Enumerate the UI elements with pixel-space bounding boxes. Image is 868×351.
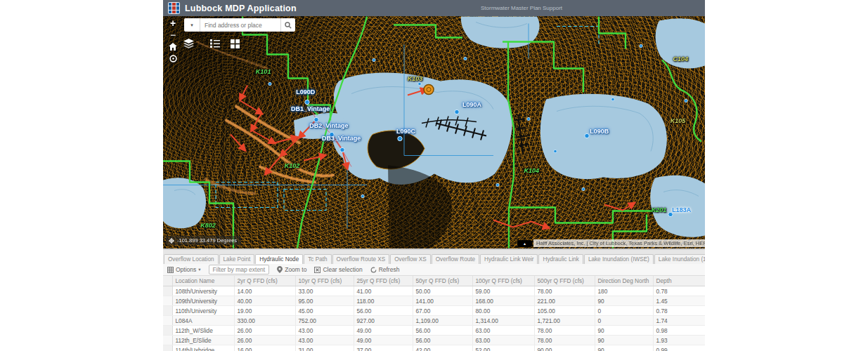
column-header[interactable]: Direction Deg North: [595, 276, 653, 286]
options-menu[interactable]: Options ▾: [167, 266, 201, 273]
table-cell: 43.00: [295, 336, 354, 345]
clear-selection-button[interactable]: Clear selection: [314, 266, 362, 273]
tab-hydraulic-node[interactable]: Hydraulic Node: [255, 254, 303, 264]
row-select-cell[interactable]: [163, 316, 172, 326]
zoom-out-icon[interactable]: −: [167, 29, 179, 41]
table-cell: 0: [595, 316, 653, 326]
table-cell: 110th/University: [172, 306, 234, 316]
tab-overflow-route-xs[interactable]: Overflow Route XS: [332, 254, 390, 264]
map-label-k101: K101: [256, 68, 271, 75]
map-tools: [181, 37, 242, 50]
table-cell: 1,109.00: [413, 316, 472, 326]
search-source-dropdown[interactable]: ▾: [184, 18, 200, 32]
table-cell: 49.00: [354, 326, 413, 336]
table-cell: 330.00: [234, 316, 295, 326]
zoom-to-button[interactable]: Zoom to: [277, 266, 306, 273]
table-cell: 90: [595, 336, 653, 345]
attribution-bar: ▴ Halff Associates, Inc. | City of Lubbo…: [517, 239, 705, 247]
map-view[interactable]: K101C104K103L090DDB1_VintageDB2_VintageD…: [163, 16, 705, 249]
table-row[interactable]: 114th/Uxbridge16.0031.0037.0042.0052.009…: [163, 345, 705, 351]
table-row[interactable]: 110th/University19.0045.0056.0067.0080.0…: [163, 306, 705, 316]
column-header[interactable]: Location Name: [172, 276, 234, 286]
locate-icon[interactable]: [167, 53, 179, 65]
map-label-l183a: L183A: [672, 206, 691, 213]
table-cell: 1.93: [653, 336, 705, 345]
tab-lake-inundation-100yr[interactable]: Lake Inundation (100yr): [654, 254, 705, 264]
row-select-cell[interactable]: [163, 286, 172, 296]
tab-hydraulic-link[interactable]: Hydraulic Link: [538, 254, 583, 264]
table-cell: 78.00: [534, 286, 595, 296]
table-cell: 56.00: [413, 336, 472, 345]
tab-overflow-route[interactable]: Overflow Route: [432, 254, 479, 264]
column-header[interactable]: Depth: [653, 276, 705, 286]
options-grid-icon: [167, 267, 174, 273]
search-icon[interactable]: [280, 18, 295, 32]
table-cell: 31.00: [295, 345, 354, 351]
tab-tc-path[interactable]: Tc Path: [304, 254, 331, 264]
table-cell: 114th/Uxbridge: [172, 345, 234, 351]
attribute-table-panel[interactable]: Location Name2yr Q FFD (cfs)10yr Q FFD (…: [163, 276, 705, 351]
table-cell: 40.00: [234, 296, 295, 306]
tab-lake-inundation-iwse[interactable]: Lake Inundation (IWSE): [584, 254, 654, 264]
tab-lake-point[interactable]: Lake Point: [219, 254, 255, 264]
coordinates-text: -101.899 33.479 Degrees: [177, 237, 237, 244]
table-cell: 90: [595, 326, 653, 336]
column-header[interactable]: 25yr Q FFD (cfs): [354, 276, 413, 286]
zoom-in-icon[interactable]: +: [167, 17, 179, 29]
table-cell: 37.00: [354, 345, 413, 351]
table-cell: 19.00: [234, 306, 295, 316]
map-label-k105: K105: [671, 117, 686, 124]
row-select-cell[interactable]: [163, 306, 172, 316]
table-row[interactable]: 109th/University40.0095.00118.00141.0016…: [163, 296, 705, 306]
table-cell: 56.00: [413, 326, 472, 336]
table-cell: 1,314.00: [472, 316, 534, 326]
table-cell: 927.00: [354, 316, 413, 326]
table-cell: 49.00: [354, 336, 413, 345]
table-cell: 59.00: [472, 286, 534, 296]
table-row[interactable]: L084A330.00752.00927.001,109.001,314.001…: [163, 316, 705, 326]
map-labels: K101C104K103L090DDB1_VintageDB2_VintageD…: [163, 16, 705, 249]
table-cell: 108th/University: [172, 286, 234, 296]
column-header[interactable]: 100yr Q FFD (cfs): [472, 276, 534, 286]
basemap-icon[interactable]: [228, 37, 242, 50]
table-cell: 0.78: [653, 306, 705, 316]
table-row[interactable]: 112th_W/Slide26.0043.0049.0056.0063.0078…: [163, 326, 705, 336]
select-all-cell[interactable]: [163, 276, 172, 286]
tab-hydraulic-link-weir[interactable]: Hydraulic Link Weir: [480, 254, 538, 264]
row-select-cell[interactable]: [163, 326, 172, 336]
table-row[interactable]: 112th_E/Slide26.0043.0049.0056.0063.0078…: [163, 336, 705, 345]
table-cell: 105.00: [534, 306, 595, 316]
table-cell: 16.00: [234, 345, 295, 351]
table-cell: 26.00: [234, 336, 295, 345]
table-cell: 118.00: [354, 296, 413, 306]
column-header[interactable]: 50yr Q FFD (cfs): [413, 276, 472, 286]
search-input[interactable]: [200, 18, 280, 32]
table-cell: 67.00: [413, 306, 472, 316]
table-row[interactable]: 108th/University14.0033.0041.0050.0059.0…: [163, 286, 705, 296]
tab-overflow-location[interactable]: Overflow Location: [164, 254, 219, 264]
table-cell: 0: [595, 306, 653, 316]
column-header[interactable]: 500yr Q FFD (cfs): [534, 276, 595, 286]
column-header[interactable]: 2yr Q FFD (cfs): [234, 276, 295, 286]
layers-icon[interactable]: [181, 37, 195, 50]
table-cell: 63.00: [472, 326, 534, 336]
table-cell: 63.00: [472, 336, 534, 345]
row-select-cell[interactable]: [163, 296, 172, 306]
app-window: Lubbock MDP Application Stormwater Maste…: [163, 0, 705, 351]
table-cell: L084A: [172, 316, 234, 326]
row-select-cell[interactable]: [163, 336, 172, 345]
map-label-db3-vintage: DB3_Vintage: [322, 135, 361, 142]
attribute-table: Location Name2yr Q FFD (cfs)10yr Q FFD (…: [163, 276, 705, 351]
home-icon[interactable]: [167, 41, 179, 53]
caret-down-icon: ▾: [198, 267, 200, 272]
column-header[interactable]: 10yr Q FFD (cfs): [295, 276, 354, 286]
refresh-button[interactable]: Refresh: [370, 266, 400, 273]
map-label-k201: K201: [652, 206, 667, 213]
table-cell: 52.00: [472, 345, 534, 351]
attribution-toggle[interactable]: ▴: [517, 240, 532, 247]
legend-icon[interactable]: [208, 37, 222, 50]
tab-overflow-xs[interactable]: Overflow XS: [390, 254, 431, 264]
filter-by-extent-button[interactable]: Filter by map extent: [209, 265, 270, 274]
table-cell: 141.00: [413, 296, 472, 306]
row-select-cell[interactable]: [163, 345, 172, 351]
